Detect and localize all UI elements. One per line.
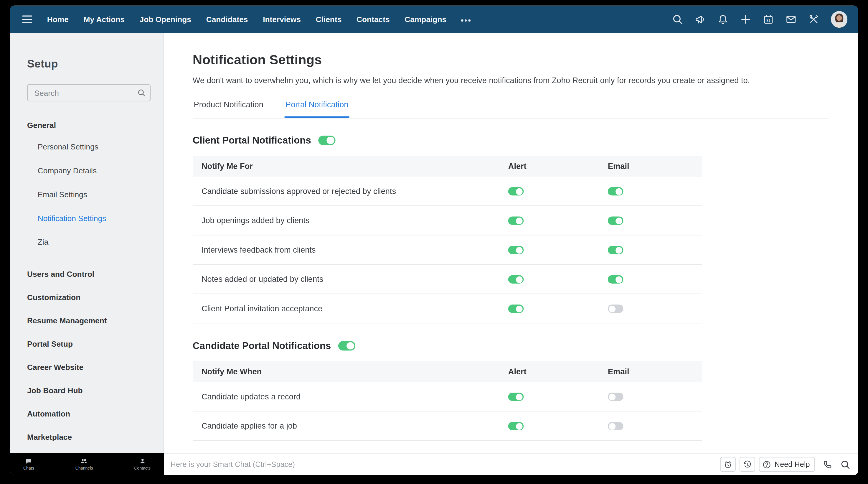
sidebar-item-job-board-hub[interactable]: Job Board Hub xyxy=(27,379,151,402)
nav-item-my-actions[interactable]: My Actions xyxy=(84,15,125,24)
sidebar-item-company-details[interactable]: Company Details xyxy=(27,158,151,182)
sidebar-item-automation[interactable]: Automation xyxy=(27,402,151,425)
dock-tab-channels[interactable]: Channels xyxy=(75,457,93,471)
sidebar-item-notification-settings[interactable]: Notification Settings xyxy=(27,206,151,230)
email-toggle[interactable] xyxy=(608,304,623,313)
table-row: Notes added or updated by clients xyxy=(193,265,702,294)
row-label: Client Portal invitation acceptance xyxy=(193,304,508,313)
sidebar-item-email-settings[interactable]: Email Settings xyxy=(27,182,151,206)
zoho-recruit-window: Home My Actions Job Openings Candidates … xyxy=(10,6,858,475)
smart-chat-input[interactable] xyxy=(169,459,720,469)
notification-tabs: Product Notification Portal Notification xyxy=(193,100,829,119)
client-portal-section: Client Portal Notifications Notify Me Fo… xyxy=(193,135,858,324)
sidebar-item-personal-settings[interactable]: Personal Settings xyxy=(27,135,151,159)
column-header-email: Email xyxy=(608,367,702,376)
body: Setup General Personal Settings Company … xyxy=(10,33,858,453)
nav-item-candidates[interactable]: Candidates xyxy=(206,15,248,24)
sidebar-item-zia[interactable]: Zia xyxy=(27,230,151,254)
page-title: Notification Settings xyxy=(193,52,858,68)
sidebar-item-customization[interactable]: Customization xyxy=(27,285,151,309)
sidebar-search-input[interactable] xyxy=(33,88,137,98)
email-toggle[interactable] xyxy=(608,187,623,196)
plus-icon[interactable] xyxy=(740,14,751,25)
sidebar-item-portal-setup[interactable]: Portal Setup xyxy=(27,332,151,356)
tab-product-notification[interactable]: Product Notification xyxy=(193,100,265,118)
more-menu-icon[interactable] xyxy=(461,18,470,22)
sidebar-title: Setup xyxy=(27,58,151,70)
help-icon xyxy=(762,460,771,469)
announcement-icon[interactable] xyxy=(695,14,706,25)
person-icon xyxy=(139,457,146,464)
chat-dock: Chats Channels Contacts xyxy=(10,453,164,475)
chat-bubble-icon xyxy=(25,457,32,464)
alert-toggle[interactable] xyxy=(508,246,524,254)
sidebar-item-users-and-control[interactable]: Users and Control xyxy=(27,263,151,286)
navbar-actions: 31 xyxy=(672,11,848,28)
alarm-icon xyxy=(724,460,733,469)
row-label: Candidate updates a record xyxy=(193,392,508,401)
email-toggle[interactable] xyxy=(608,246,623,254)
page-description: We don't want to overwhelm you, which is… xyxy=(193,75,829,86)
dock-tab-chats[interactable]: Chats xyxy=(23,457,34,471)
row-label: Notes added or updated by clients xyxy=(193,275,508,283)
email-toggle[interactable] xyxy=(608,393,623,401)
client-portal-table: Notify Me For Alert Email Candidate subm… xyxy=(193,156,702,323)
search-icon xyxy=(137,89,146,97)
phone-icon[interactable] xyxy=(823,459,833,469)
recent-activity-button[interactable] xyxy=(740,457,755,472)
search-icon[interactable] xyxy=(672,14,683,25)
calendar-icon[interactable]: 31 xyxy=(763,14,774,25)
reminder-button[interactable] xyxy=(720,457,736,472)
search-icon[interactable] xyxy=(840,459,850,469)
table-row: Interviews feedback from clients xyxy=(193,235,702,265)
nav-item-interviews[interactable]: Interviews xyxy=(263,15,301,24)
bell-icon[interactable] xyxy=(717,14,728,25)
tab-portal-notification[interactable]: Portal Notification xyxy=(284,100,349,118)
row-label: Job openings added by clients xyxy=(193,216,508,225)
sidebar-item-marketplace[interactable]: Marketplace xyxy=(27,425,151,449)
dock-tab-label: Contacts xyxy=(134,466,151,471)
nav-item-home[interactable]: Home xyxy=(47,15,69,24)
candidate-portal-master-toggle[interactable] xyxy=(338,341,355,351)
sidebar-item-career-website[interactable]: Career Website xyxy=(27,356,151,379)
column-header-alert: Alert xyxy=(508,162,608,171)
hamburger-menu-icon[interactable] xyxy=(22,16,32,23)
alert-toggle[interactable] xyxy=(508,304,524,313)
email-toggle[interactable] xyxy=(608,422,623,431)
nav-item-job-openings[interactable]: Job Openings xyxy=(140,15,191,24)
need-help-button[interactable]: Need Help xyxy=(759,457,815,472)
bottom-bar: Chats Channels Contacts xyxy=(10,453,858,475)
screen: Home My Actions Job Openings Candidates … xyxy=(0,0,868,484)
alert-toggle[interactable] xyxy=(508,422,524,431)
alert-toggle[interactable] xyxy=(508,393,524,401)
candidate-portal-section: Candidate Portal Notifications Notify Me… xyxy=(193,340,858,441)
alert-toggle[interactable] xyxy=(508,217,524,225)
dock-tab-contacts[interactable]: Contacts xyxy=(134,457,151,471)
alert-toggle[interactable] xyxy=(508,275,524,284)
client-portal-master-toggle[interactable] xyxy=(318,135,335,145)
history-icon xyxy=(743,460,752,469)
row-label: Candidate submissions approved or reject… xyxy=(193,187,508,195)
nav-item-clients[interactable]: Clients xyxy=(316,15,342,24)
client-portal-title: Client Portal Notifications xyxy=(193,135,311,146)
column-header-notify-me-when: Notify Me When xyxy=(193,367,508,376)
table-row: Job openings added by clients xyxy=(193,206,702,236)
setup-tools-icon[interactable] xyxy=(808,14,819,25)
sidebar-item-resume-management[interactable]: Resume Management xyxy=(27,309,151,332)
candidate-portal-table: Notify Me When Alert Email Candidate upd… xyxy=(193,361,702,441)
alert-toggle[interactable] xyxy=(508,187,524,196)
user-avatar[interactable] xyxy=(831,11,847,28)
sidebar-group-general[interactable]: General xyxy=(27,116,151,135)
setup-sidebar: Setup General Personal Settings Company … xyxy=(10,33,164,453)
sidebar-sections: Users and Control Customization Resume M… xyxy=(27,263,151,449)
nav-item-campaigns[interactable]: Campaigns xyxy=(405,15,446,24)
dock-tab-label: Chats xyxy=(23,466,34,471)
email-toggle[interactable] xyxy=(608,275,623,284)
svg-text:31: 31 xyxy=(766,19,771,23)
sidebar-search[interactable] xyxy=(27,84,151,101)
notification-settings-page: Notification Settings We don't want to o… xyxy=(164,33,858,453)
email-toggle[interactable] xyxy=(608,217,623,225)
nav-item-contacts[interactable]: Contacts xyxy=(356,15,390,24)
mail-icon[interactable] xyxy=(785,14,797,25)
table-row: Client Portal invitation acceptance xyxy=(193,294,702,324)
